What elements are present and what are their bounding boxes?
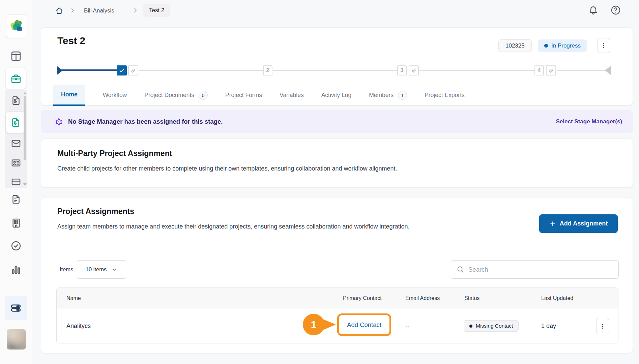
add-assignment-button[interactable]: Add Assignment [539,214,618,233]
tab-workflow[interactable]: Workflow [103,85,127,106]
multi-party-title: Multi-Party Project Assignment [57,149,172,158]
chevron-down-icon [111,267,117,273]
plus-icon [549,220,556,227]
double-check-icon [130,67,137,74]
notifications-button[interactable] [588,5,599,15]
check-icon [119,67,125,74]
column-header-primary-contact: Primary Contact [343,288,382,308]
tab-variables[interactable]: Variables [280,85,304,106]
mail-icon [11,138,21,149]
project-header-card: Test 2 102325 In Progress 2 3 4 [41,27,633,105]
document-icon [11,194,21,205]
stage-2-marker[interactable]: 2 [263,65,272,75]
stage-1-approval-marker[interactable] [128,65,138,75]
cell-last-updated: 1 day [541,308,556,343]
scroll-up-icon[interactable] [23,92,27,94]
table-row: Analitycs 1 Add Contact -- Missing Conta… [57,308,618,343]
sidebar-item-cards[interactable] [5,177,27,188]
sidebar-item-report-doc-active[interactable] [6,112,25,133]
tab-home[interactable]: Home [53,85,85,106]
assignments-title: Project Assignments [57,207,134,216]
progress-line [273,70,397,71]
help-icon [610,5,621,16]
sidebar-scrollbar-thumb[interactable] [24,96,26,160]
building-icon [11,218,22,229]
tab-project-forms[interactable]: Project Forms [225,85,262,106]
tab-activity-log[interactable]: Activity Log [321,85,351,106]
sidebar-item-analytics[interactable] [0,264,32,275]
annotation-highlight-box: Add Contact [337,313,391,336]
tab-project-exports[interactable]: Project Exports [425,85,465,106]
bell-icon [588,5,599,15]
sidebar-item-stack-active[interactable] [5,296,27,320]
status-dot-icon [469,325,472,328]
tab-members[interactable]: Members 1 [369,85,407,106]
column-header-email: Email Address [405,288,440,308]
sidebar-scroll-area [5,90,27,188]
items-per-page-select[interactable]: 10 items [77,260,126,279]
tab-badge: 1 [398,91,407,100]
column-header-name: Name [66,288,81,308]
stage-4-approval-marker[interactable] [546,65,556,75]
status-dot-icon [544,44,548,48]
app-logo[interactable] [6,14,26,38]
sidebar [0,0,32,364]
sidebar-item-projects-active[interactable] [6,68,26,89]
progress-line [557,70,605,71]
status-label: In Progress [551,42,581,49]
multi-party-card: Multi-Party Project Assignment Create ch… [41,139,633,188]
app-logo-icon [8,19,24,34]
search-input[interactable] [468,266,613,273]
home-icon [55,6,63,15]
sidebar-item-organization[interactable] [0,218,32,229]
sidebar-item-documents[interactable] [0,194,32,205]
assignments-description: Assign team members to manage and execut… [57,223,410,230]
project-menu-button[interactable] [597,38,610,53]
user-avatar[interactable] [7,329,26,350]
double-check-icon [410,67,417,74]
sidebar-item-dashboard[interactable] [0,51,32,62]
check-circle-icon [10,240,22,251]
add-contact-link[interactable]: Add Contact [347,321,381,329]
row-menu-button[interactable] [596,318,609,334]
assignments-table: Name Primary Contact Email Address Statu… [56,287,618,343]
multi-party-description: Create child projects for other members … [57,165,397,172]
tab-project-documents[interactable]: Project Documents 0 [144,85,208,106]
breadcrumb-separator-1 [69,7,76,14]
breadcrumb-item-bill-analysis[interactable]: Bill Analysis [84,7,114,14]
breadcrumb-home[interactable] [55,6,63,15]
breadcrumb-item-current[interactable]: Test 2 [143,4,170,17]
progress-end-icon [605,66,611,75]
progress-line [419,70,534,71]
column-header-status: Status [464,288,480,308]
stack-icon [10,302,22,314]
breadcrumb-separator-2 [132,7,139,14]
cell-name: Analitycs [66,308,91,343]
star-icon [55,118,63,126]
stage-3-approval-marker[interactable] [409,65,419,75]
annotation-step-marker: 1 [303,314,324,335]
card-partial-icon [11,177,21,188]
stage-4-marker[interactable]: 4 [534,65,544,75]
stage-1-complete-marker[interactable] [117,65,127,75]
layout-icon [10,51,22,62]
row-status-badge: Missing Contact [464,320,519,332]
search-box[interactable] [451,260,619,279]
column-header-last-updated: Last Updated [541,288,573,308]
help-button[interactable] [610,5,621,16]
project-assignments-card: Project Assignments Assign team members … [41,197,633,353]
search-icon [457,266,464,273]
stage-3-marker[interactable]: 3 [397,65,407,75]
progress-line-done [61,69,117,71]
progress-line [139,70,263,71]
status-badge[interactable]: In Progress [538,39,587,52]
table-header: Name Primary Contact Email Address Statu… [57,288,618,308]
select-stage-manager-link[interactable]: Select Stage Manager(s) [556,118,622,125]
project-id-badge: 102325 [498,39,532,52]
scroll-down-icon[interactable] [23,183,27,185]
contact-card-icon [11,158,21,168]
document-report-active-icon [10,117,21,128]
items-label: Items [60,266,73,273]
page-title: Test 2 [57,35,85,47]
sidebar-item-approvals[interactable] [0,240,32,251]
